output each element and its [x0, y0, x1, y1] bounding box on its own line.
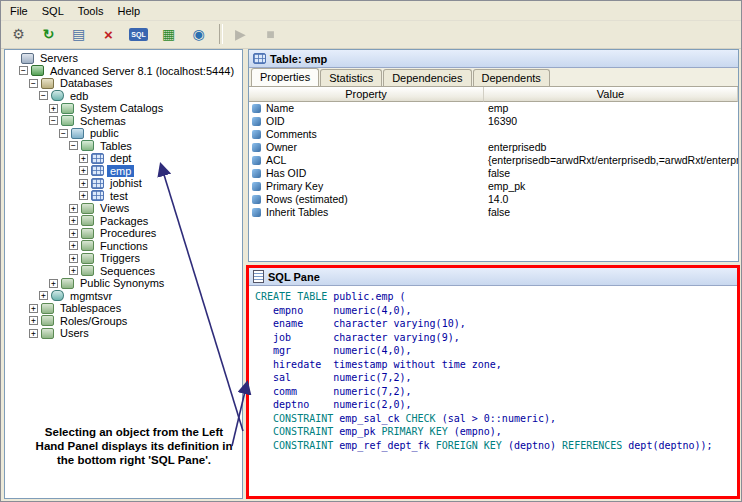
expand-icon[interactable]: + [79, 179, 88, 188]
collapse-icon[interactable]: − [49, 116, 58, 125]
property-name: Owner [266, 141, 297, 154]
expand-icon[interactable]: + [69, 241, 78, 250]
menu-help[interactable]: Help [110, 3, 147, 19]
sql-text: emp_pk [333, 426, 381, 437]
property-row-rows-estimated[interactable]: Rows (estimated)14.0 [249, 193, 738, 206]
tree-item-edb[interactable]: −edb [5, 90, 242, 103]
tree-item-functions[interactable]: +Functions [5, 240, 242, 253]
expand-icon[interactable]: + [79, 191, 88, 200]
tree-item-mgmtsvr[interactable]: +mgmtsvr [5, 290, 242, 303]
expand-icon[interactable]: + [79, 166, 88, 175]
collapse-icon[interactable]: − [59, 129, 68, 138]
tree-item-triggers[interactable]: +Triggers [5, 252, 242, 265]
menu-tools[interactable]: Tools [71, 3, 111, 19]
tree-item-servers[interactable]: Servers [5, 52, 242, 65]
tree-item-label: public [87, 127, 122, 139]
tree-item-databases[interactable]: −Databases [5, 77, 242, 90]
drop-object-button[interactable]: × [95, 21, 122, 48]
tab-statistics[interactable]: Statistics [320, 69, 382, 86]
tree-item-views[interactable]: +Views [5, 202, 242, 215]
application-window: File SQL Tools Help ⚙↻▤×SQL▦◉▶■ Servers−… [0, 0, 742, 502]
tree-item-tables[interactable]: −Tables [5, 140, 242, 153]
column-header-property[interactable]: Property [249, 87, 484, 102]
tree-item-label: Public Synonyms [77, 277, 167, 289]
property-row-oid[interactable]: OID16390 [249, 115, 738, 128]
collapse-icon[interactable]: − [39, 91, 48, 100]
property-row-comments[interactable]: Comments [249, 128, 738, 141]
collapse-icon[interactable]: − [69, 141, 78, 150]
expand-icon[interactable]: + [69, 254, 78, 263]
options-button[interactable]: ⚙ [5, 21, 32, 48]
views-icon [81, 203, 94, 214]
tree-item-roles-groups[interactable]: +Roles/Groups [5, 315, 242, 328]
tree-item-label: Tablespaces [57, 302, 124, 314]
property-row-primary-key[interactable]: Primary Keyemp_pk [249, 180, 738, 193]
tree-item-tablespaces[interactable]: +Tablespaces [5, 302, 242, 315]
menu-file[interactable]: File [3, 3, 35, 19]
expand-icon[interactable]: + [39, 291, 48, 300]
property-value [484, 128, 738, 141]
tree-item-jobhist[interactable]: +jobhist [5, 177, 242, 190]
collapse-icon[interactable]: − [19, 66, 28, 75]
expand-icon[interactable]: + [69, 266, 78, 275]
tab-dependents[interactable]: Dependents [473, 69, 550, 86]
expand-icon[interactable]: + [79, 154, 88, 163]
expand-icon[interactable]: + [49, 104, 58, 113]
expand-icon[interactable]: + [29, 304, 38, 313]
tree-item-test[interactable]: +test [5, 190, 242, 203]
tree-item-label: Advanced Server 8.1 (localhost:5444) [47, 65, 237, 77]
property-row-inherit-tables[interactable]: Inherit Tablesfalse [249, 206, 738, 219]
expand-icon[interactable]: + [29, 329, 38, 338]
sql-line: mgr numeric(4,0), [255, 344, 735, 358]
grid-header: Property Value [249, 87, 738, 102]
properties-button[interactable]: ▤ [65, 21, 92, 48]
filter-button[interactable]: ◉ [185, 21, 212, 48]
tree-item-dept[interactable]: +dept [5, 152, 242, 165]
view-data-button[interactable]: ▦ [155, 21, 182, 48]
properties-panel: Table: emp Properties Statistics Depende… [248, 49, 739, 262]
property-row-name[interactable]: Nameemp [249, 102, 738, 115]
tree-item-schemas[interactable]: −Schemas [5, 115, 242, 128]
roles-icon [41, 315, 54, 326]
triggers-icon [81, 253, 94, 264]
tree-item-public-synonyms[interactable]: +Public Synonyms [5, 277, 242, 290]
column-header-value[interactable]: Value [484, 87, 738, 102]
tree-item-label: Databases [57, 77, 116, 89]
menu-sql[interactable]: SQL [35, 3, 71, 19]
collapse-icon[interactable]: − [29, 79, 38, 88]
sql-code[interactable]: CREATE TABLE public.emp ( empno numeric(… [249, 286, 737, 452]
property-row-owner[interactable]: Ownerenterprisedb [249, 141, 738, 154]
sql-keyword: CONSTRAINT [273, 440, 333, 451]
tree-item-packages[interactable]: +Packages [5, 215, 242, 228]
tree-item-label: Triggers [97, 252, 143, 264]
refresh-button[interactable]: ↻ [35, 21, 62, 48]
tree-item-procedures[interactable]: +Procedures [5, 227, 242, 240]
expand-icon[interactable]: + [69, 204, 78, 213]
databases-icon [41, 78, 54, 89]
expand-icon[interactable]: + [69, 216, 78, 225]
sql-text: comm numeric(7,2), [255, 386, 412, 397]
expand-icon[interactable]: + [69, 229, 78, 238]
property-value: enterprisedb [484, 141, 738, 154]
sql-pane-highlight-box: SQL Pane CREATE TABLE public.emp ( empno… [246, 265, 740, 499]
expand-icon[interactable]: + [29, 316, 38, 325]
sql-pane-title: SQL Pane [268, 271, 320, 283]
gear-icon: ⚙ [12, 27, 25, 41]
tree-item-public[interactable]: −public [5, 127, 242, 140]
tree-item-label: mgmtsvr [67, 290, 115, 302]
catalogs-icon [61, 103, 74, 114]
expand-icon[interactable]: + [49, 279, 58, 288]
query-tool-button[interactable]: SQL [125, 21, 152, 48]
property-row-acl[interactable]: ACL{enterprisedb=arwdRxt/enterprisedb,=a… [249, 154, 738, 167]
tree-item-label: Procedures [97, 227, 159, 239]
tree-item-label: jobhist [107, 177, 145, 189]
tree-item-advanced-server-8-1-localhost-5444[interactable]: −Advanced Server 8.1 (localhost:5444) [5, 65, 242, 78]
tab-dependencies[interactable]: Dependencies [383, 69, 471, 86]
tree-item-emp[interactable]: +emp [5, 165, 242, 178]
property-row-has-oid[interactable]: Has OIDfalse [249, 167, 738, 180]
tab-properties[interactable]: Properties [251, 68, 319, 86]
sql-text: deptno numeric(2,0), [255, 399, 412, 410]
tree-item-sequences[interactable]: +Sequences [5, 265, 242, 278]
tree-item-system-catalogs[interactable]: +System Catalogs [5, 102, 242, 115]
tree-item-users[interactable]: +Users [5, 327, 242, 340]
